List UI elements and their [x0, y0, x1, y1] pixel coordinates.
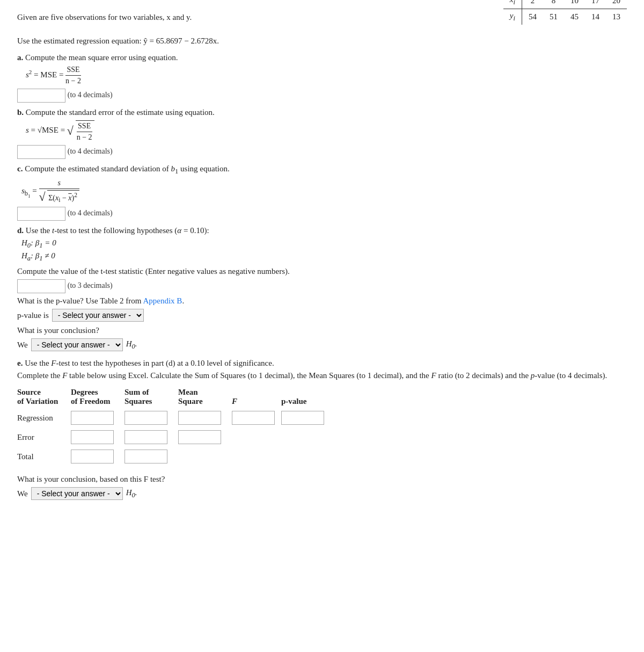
part-a-text: Compute the mean square error using equa… [25, 53, 178, 62]
part-a-formula: s2 = MSE = SSE n − 2 [26, 66, 627, 85]
part-d-text: Use the t-test to test the following hyp… [26, 226, 209, 235]
data-table: xi 2 8 10 17 20 yi 54 51 45 14 13 [503, 0, 627, 25]
part-c-input[interactable] [17, 207, 65, 221]
h0-conclusion-e: H0. [126, 488, 137, 499]
yi-label: yi [503, 9, 522, 25]
t-stat-decimals: (to 3 decimals) [68, 282, 113, 290]
t-stat-input[interactable] [17, 279, 65, 293]
error-df-input[interactable] [71, 430, 114, 444]
total-source: Total [17, 447, 71, 466]
part-a-frac: SSE n − 2 [65, 66, 81, 85]
col-mean: Mean Square [178, 386, 232, 408]
part-e-header: e. Use the F-test to test the hypotheses… [17, 359, 627, 368]
part-d-header: d. Use the t-test to test the following … [17, 226, 627, 235]
part-e-conclusion-select-row: We - Select your answer - H0. [17, 487, 627, 500]
regression-f-input[interactable] [232, 411, 275, 425]
part-b-label: b. [17, 108, 24, 117]
part-e-text: Use the F-test to test the hypotheses in… [25, 359, 274, 367]
hypothesis-block: H0: β1 = 0 Ha: β1 ≠ 0 [21, 238, 627, 263]
col-pvalue: p-value [281, 386, 335, 408]
part-b-input-row: (to 4 decimals) [17, 145, 627, 159]
error-source: Error [17, 428, 71, 447]
xi-val-2: 8 [543, 0, 564, 9]
t-stat-desc: Compute the value of the t-test statisti… [17, 267, 627, 276]
conclusion-select-d[interactable]: - Select your answer - [31, 338, 123, 351]
total-df-input[interactable] [71, 450, 114, 463]
part-b-decimals: (to 4 decimals) [68, 147, 113, 155]
part-a-input-row: (to 4 decimals) [17, 89, 627, 103]
anova-total-row: Total [17, 447, 335, 466]
yi-val-3: 45 [564, 9, 585, 25]
conclusion-select-e[interactable]: - Select your answer - [31, 487, 123, 500]
regression-df-input[interactable] [71, 411, 114, 425]
col-degrees: Degrees of Freedom [71, 386, 125, 408]
error-ss-input[interactable] [125, 430, 167, 444]
yi-val-4: 14 [585, 9, 606, 25]
part-c-text: Compute the estimated standard deviation… [25, 164, 230, 173]
part-c-decimals: (to 4 decimals) [68, 209, 113, 218]
appendix-b-link[interactable]: Appendix B [143, 296, 182, 305]
part-a-input[interactable] [17, 89, 65, 103]
part-a-decimals: (to 4 decimals) [68, 91, 113, 99]
we-label-e: We [17, 489, 28, 498]
conclusion-question: What is your conclusion? [17, 326, 627, 335]
total-ss-input[interactable] [125, 450, 167, 463]
part-e-label: e. [17, 359, 23, 367]
anova-regression-row: Regression [17, 408, 335, 428]
col-f: F [232, 386, 281, 408]
p-value-select-row: p-value is - Select your answer - [17, 309, 627, 322]
part-b-header: b. Compute the standard error of the est… [17, 108, 627, 117]
part-c-label: c. [17, 164, 23, 173]
t-stat-input-row: (to 3 decimals) [17, 279, 627, 293]
yi-val-5: 13 [606, 9, 627, 25]
xi-val-3: 10 [564, 0, 585, 9]
p-value-question: What is the p-value? Use Table 2 from Ap… [17, 296, 627, 306]
part-e-conclusion-question: What is your conclusion, based on this F… [17, 475, 627, 484]
xi-val-4: 17 [585, 0, 606, 9]
col-sum: Sum of Squares [125, 386, 178, 408]
part-b-text: Compute the standard error of the estima… [26, 108, 215, 117]
regression-pval-input[interactable] [281, 411, 324, 425]
part-c-formula: sb1 = s √ Σ(xi − x)2 [21, 179, 627, 204]
regression-ss-input[interactable] [125, 411, 167, 425]
xi-val-5: 20 [606, 0, 627, 9]
p-value-select[interactable]: - Select your answer - [52, 309, 144, 322]
xi-val-1: 2 [522, 0, 544, 9]
part-b-formula: s = √MSE = √ SSE n − 2 [26, 120, 627, 142]
yi-val-2: 51 [543, 9, 564, 25]
part-c-header: c. Compute the estimated standard deviat… [17, 164, 627, 176]
we-label-d: We [17, 341, 28, 350]
part-a-label: a. [17, 53, 23, 62]
h0-conclusion-d: H0. [126, 339, 137, 351]
part-b-sqrt: √ SSE n − 2 [67, 120, 94, 142]
part-d-label: d. [17, 226, 24, 235]
part-b-input[interactable] [17, 145, 65, 159]
xi-label: xi [503, 0, 522, 9]
regression-ms-input[interactable] [178, 411, 221, 425]
yi-val-1: 54 [522, 9, 544, 25]
anova-error-row: Error [17, 428, 335, 447]
h0-row: H0: β1 = 0 [21, 238, 627, 250]
conclusion-select-row: We - Select your answer - H0. [17, 338, 627, 351]
part-e-desc: Complete the F table below using Excel. … [17, 371, 627, 380]
regression-source: Regression [17, 408, 71, 428]
col-source: Source of Variation [17, 386, 71, 408]
error-ms-input[interactable] [178, 430, 221, 444]
regression-eq: Use the estimated regression equation: ŷ… [17, 37, 627, 46]
p-value-label: p-value is [17, 311, 49, 320]
ha-row: Ha: β1 ≠ 0 [21, 251, 627, 263]
part-c-input-row: (to 4 decimals) [17, 207, 627, 221]
part-a-header: a. Compute the mean square error using e… [17, 53, 627, 62]
anova-table: Source of Variation Degrees of Freedom S… [17, 386, 335, 466]
